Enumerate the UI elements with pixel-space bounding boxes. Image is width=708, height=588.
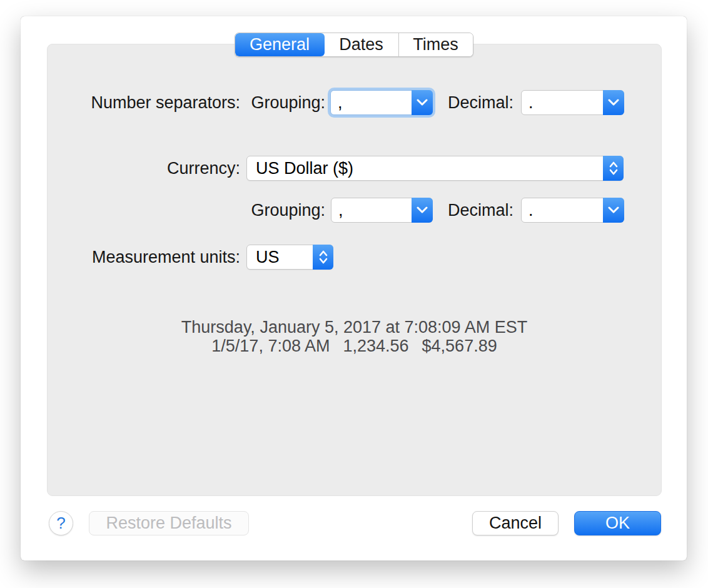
- number-separators-label: Number separators:: [48, 90, 240, 115]
- chevron-up-down-button[interactable]: [313, 245, 333, 270]
- preview-short-formats: 1/5/17, 7:08 AM1,234.56$4,567.89: [48, 337, 661, 355]
- number-decimal-combobox[interactable]: .: [521, 90, 624, 115]
- ok-button[interactable]: OK: [574, 511, 661, 535]
- tab-times[interactable]: Times: [398, 33, 473, 56]
- preview-short-datetime: 1/5/17, 7:08 AM: [211, 337, 330, 355]
- currency-grouping-combobox[interactable]: ,: [331, 198, 433, 223]
- currency-popup[interactable]: US Dollar ($): [246, 156, 624, 181]
- preview-long-date: Thursday, January 5, 2017 at 7:08:09 AM …: [48, 318, 661, 337]
- tab-dates[interactable]: Dates: [325, 33, 398, 56]
- chevron-up-down-icon: [318, 250, 328, 265]
- currency-grouping-value[interactable]: ,: [331, 198, 412, 222]
- grouping-label: Grouping:: [233, 90, 325, 115]
- currency-decimal-combobox[interactable]: .: [521, 198, 624, 223]
- number-grouping-value[interactable]: ,: [331, 91, 412, 114]
- currency-decimal-dropdown-button[interactable]: [603, 198, 624, 223]
- currency-grouping-label: Grouping:: [233, 198, 325, 223]
- chevron-down-icon: [608, 206, 619, 214]
- currency-label: Currency:: [48, 156, 240, 181]
- tab-bar: General Dates Times: [235, 33, 473, 57]
- tab-general[interactable]: General: [235, 33, 325, 56]
- chevron-down-icon: [608, 99, 619, 106]
- decimal-label: Decimal:: [423, 90, 513, 115]
- measurement-units-value: US: [247, 245, 313, 269]
- chevron-up-down-icon: [609, 161, 619, 176]
- preview-currency: $4,567.89: [422, 337, 497, 355]
- number-decimal-value[interactable]: .: [522, 91, 603, 114]
- cancel-button[interactable]: Cancel: [472, 511, 559, 535]
- help-button[interactable]: ?: [49, 511, 73, 535]
- number-decimal-dropdown-button[interactable]: [603, 90, 624, 115]
- currency-decimal-value[interactable]: .: [522, 198, 603, 222]
- currency-value: US Dollar ($): [247, 156, 603, 180]
- restore-defaults-button[interactable]: Restore Defaults: [89, 511, 249, 535]
- measurement-units-popup[interactable]: US: [246, 245, 333, 270]
- preview-number: 1,234.56: [343, 337, 408, 355]
- number-grouping-combobox[interactable]: ,: [330, 90, 433, 115]
- format-preview: Thursday, January 5, 2017 at 7:08:09 AM …: [48, 318, 661, 355]
- general-tab-panel: Number separators: Grouping: , Decimal: …: [47, 44, 662, 496]
- measurement-units-label: Measurement units:: [48, 245, 240, 270]
- currency-decimal-label: Decimal:: [423, 198, 513, 223]
- currency-popup-button[interactable]: [603, 156, 624, 181]
- advanced-language-region-dialog: General Dates Times Number separators: G…: [21, 16, 687, 560]
